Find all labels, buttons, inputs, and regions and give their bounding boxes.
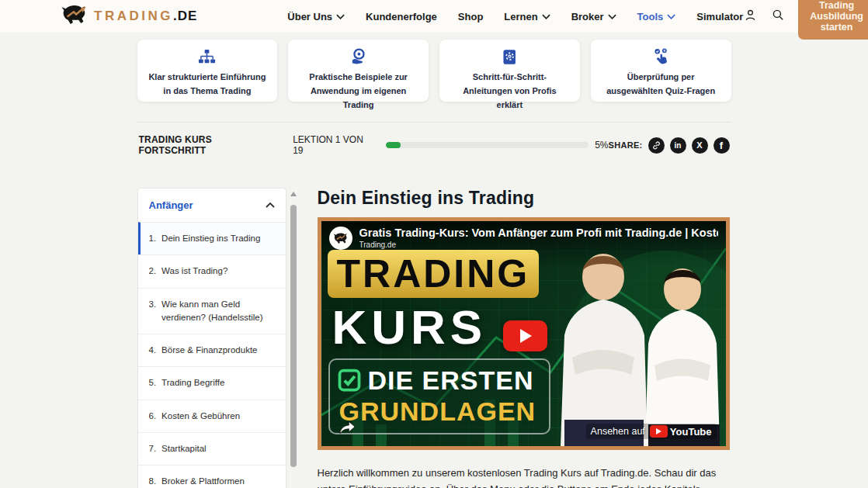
- sidebar-item-lesson-8[interactable]: 8.Broker & Plattformen: [138, 465, 286, 488]
- sidebar-item-lesson-4[interactable]: 4.Börse & Finanzprodukte: [138, 334, 286, 366]
- share-row: SHARE: in X f: [609, 137, 730, 154]
- feature-text: Klar strukturierte Einführung in das The…: [148, 70, 267, 98]
- sidebar-item-lesson-2[interactable]: 2.Was ist Trading?: [138, 254, 286, 287]
- video-title[interactable]: Gratis Trading-Kurs: Vom Anfänger zum Pr…: [359, 227, 718, 239]
- feature-text: Praktische Beispiele zur Anwendung im ei…: [299, 70, 418, 112]
- video-share-icon[interactable]: [339, 421, 356, 438]
- x-icon[interactable]: X: [692, 137, 708, 154]
- feature-card-quiz: Überprüfung per ausgewählten Quiz-Fragen: [591, 40, 731, 102]
- nav-item-lernen[interactable]: Lernen: [504, 11, 550, 22]
- badge-line-1: DIE ERSTEN: [368, 365, 534, 396]
- nav-item-broker[interactable]: Broker: [571, 11, 616, 22]
- lesson-label: LEKTION 1 VON 19: [293, 134, 375, 156]
- hand-market-icon: [299, 47, 418, 67]
- presenters-photo: [549, 243, 726, 446]
- sidebar-item-lesson-5[interactable]: 5.Trading Begriffe: [138, 366, 286, 399]
- logo-text: TRADING.DE: [94, 9, 197, 24]
- chevron-down-icon: [667, 14, 675, 19]
- feature-card-structure: Klar strukturierte Einführung in das The…: [137, 40, 278, 102]
- sidebar-item-lesson-6[interactable]: 6.Kosten & Gebühren: [138, 400, 286, 432]
- search-icon[interactable]: [771, 8, 785, 25]
- feature-cards: Klar strukturierte Einführung in das The…: [137, 40, 731, 102]
- play-icon: [520, 329, 532, 343]
- sidebar-scrollbar[interactable]: [290, 188, 297, 488]
- lesson-main: Dein Einstieg ins Trading: [318, 188, 731, 488]
- logo[interactable]: TRADING.DE: [61, 5, 197, 28]
- thumbnail-badge: DIE ERSTEN GRUNDLAGEN: [328, 358, 550, 434]
- progress-bar: [386, 142, 589, 148]
- sidebar-item-lesson-3[interactable]: 3.Wie kann man Geld verdienen? (Handelss…: [138, 288, 286, 334]
- bull-logo-icon: [61, 5, 89, 28]
- youtube-video-player[interactable]: Gratis Trading-Kurs: Vom Anfänger zum Pr…: [318, 217, 730, 450]
- header-actions: Trading Ausbildung starten: [743, 0, 868, 40]
- nav-item-ueber-uns[interactable]: Über Uns: [287, 11, 345, 22]
- account-icon[interactable]: [743, 8, 758, 26]
- feature-text: Schritt-für-Schritt-Anleitungen von Prof…: [450, 70, 569, 112]
- youtube-logo-icon: YouTube: [650, 425, 712, 438]
- progress-percent: 5%: [595, 140, 608, 151]
- thumbnail-headline-mid: KURS: [332, 300, 488, 355]
- book-gear-icon: [450, 47, 569, 67]
- feature-card-practice: Praktische Beispiele zur Anwendung im ei…: [288, 40, 429, 102]
- progress-fill: [386, 142, 401, 148]
- nav-item-simulator[interactable]: Simulator: [696, 11, 743, 22]
- course-sidebar: Anfänger 1.Dein Einstieg ins Trading 2.W…: [137, 188, 297, 488]
- header: TRADING.DE Über Uns Kundenerfolge Shop L…: [0, 0, 868, 33]
- channel-avatar[interactable]: [329, 227, 352, 250]
- copy-link-icon[interactable]: [648, 137, 665, 154]
- watch-on-youtube[interactable]: Ansehen auf YouTube: [586, 424, 717, 439]
- sitemap-icon: [148, 47, 267, 67]
- sidebar-item-lesson-7[interactable]: 7.Startkapital: [138, 432, 286, 465]
- chevron-up-icon: [266, 202, 275, 208]
- page: TRADING.DE Über Uns Kundenerfolge Shop L…: [0, 0, 868, 488]
- checkbox-icon: [338, 369, 361, 392]
- sidebar-item-lesson-1[interactable]: 1.Dein Einstieg ins Trading: [138, 222, 286, 254]
- scrollbar-thumb[interactable]: [290, 205, 297, 467]
- course-progress: TRADING KURS FORTSCHRITT LEKTION 1 VON 1…: [137, 123, 731, 167]
- chevron-down-icon: [336, 14, 345, 19]
- page-title: Dein Einstieg ins Trading: [318, 188, 731, 209]
- badge-line-2: GRUNDLAGEN: [339, 396, 541, 427]
- nav-item-shop[interactable]: Shop: [458, 11, 484, 22]
- intro-paragraph: Herzlich willkommen zu unserem kostenlos…: [318, 465, 731, 488]
- facebook-icon[interactable]: f: [713, 137, 730, 154]
- progress-title: TRADING KURS FORTSCHRITT: [139, 134, 280, 156]
- chevron-down-icon: [542, 14, 550, 19]
- share-label: SHARE:: [609, 140, 643, 150]
- quiz-choice-icon: [602, 47, 720, 67]
- start-training-button[interactable]: Trading Ausbildung starten: [798, 0, 868, 40]
- scrollbar-arrow-up-icon[interactable]: [290, 192, 297, 196]
- linkedin-icon[interactable]: in: [670, 137, 686, 154]
- sidebar-section-anfaenger[interactable]: Anfänger: [138, 189, 286, 222]
- nav-item-tools[interactable]: Tools: [637, 11, 676, 22]
- play-button[interactable]: [503, 320, 547, 351]
- nav-item-kundenerfolge[interactable]: Kundenerfolge: [366, 11, 437, 22]
- chevron-down-icon: [608, 14, 616, 19]
- thumbnail-headline-top: TRADING: [328, 250, 540, 298]
- feature-card-guides: Schritt-für-Schritt-Anleitungen von Prof…: [439, 40, 580, 102]
- main-nav: Über Uns Kundenerfolge Shop Lernen Broke…: [287, 11, 743, 22]
- feature-text: Überprüfung per ausgewählten Quiz-Fragen: [602, 70, 720, 98]
